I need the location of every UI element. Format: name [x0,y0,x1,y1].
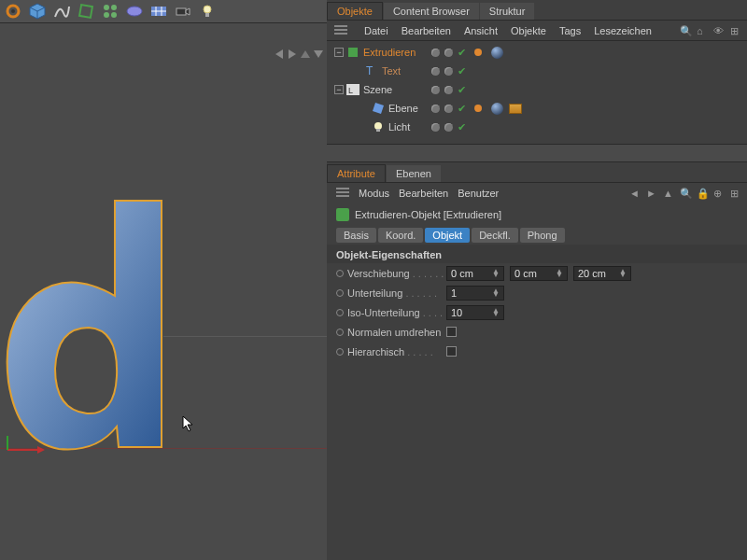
radio-icon[interactable] [336,270,344,277]
tab-layers[interactable]: Ebenen [387,165,441,182]
subtab-base[interactable]: Basis [336,228,376,243]
attribute-object-label: Extrudieren-Objekt [Extrudieren] [355,209,501,220]
movement-x-input[interactable]: 0 cm▲▼ [446,266,504,281]
tag-icon[interactable] [474,105,482,112]
svg-marker-21 [37,446,45,454]
menu-view[interactable]: Ansicht [464,25,498,36]
tab-objects[interactable]: Objekte [327,2,383,20]
search-icon[interactable]: 🔍 [680,25,691,36]
subtab-phong[interactable]: Phong [520,228,565,243]
tree-item-plane[interactable]: Ebene ✔ [327,99,747,118]
svg-point-18 [204,6,211,13]
svg-marker-27 [373,103,384,114]
home-icon[interactable]: ⌂ [697,25,708,36]
nav-up-icon[interactable]: ▲ [663,188,674,199]
lock-icon[interactable]: 🔒 [697,188,708,199]
menu-edit2[interactable]: Bearbeiten [399,188,448,199]
subdivision-input[interactable]: 1▲▼ [446,286,504,301]
gear-icon[interactable] [2,0,24,22]
expand-icon[interactable]: ⊞ [730,188,741,199]
panel-splitter[interactable] [327,144,747,162]
compositing-tag-icon[interactable] [509,104,522,114]
menu-tags[interactable]: Tags [559,25,581,36]
extrude-icon [336,208,349,221]
movement-z-input[interactable]: 20 cm▲▼ [573,266,631,281]
prop-hierarchical: Hierarchisch . . . . . [327,342,747,361]
movement-y-input[interactable]: 0 cm▲▼ [510,266,568,281]
menu-user[interactable]: Benutzer [458,188,499,199]
radio-icon[interactable] [336,348,344,356]
text-spline-icon: T [365,64,378,77]
light-object-icon [372,120,385,133]
subtab-caps[interactable]: Deckfl. [472,228,518,243]
svg-rect-16 [176,8,186,15]
cloner-icon[interactable] [99,0,121,22]
nav-fwd-icon[interactable]: ► [646,188,657,199]
svg-rect-23 [348,48,358,57]
collapse-icon[interactable]: − [334,48,344,57]
svg-marker-17 [186,8,190,15]
viewport-nav-icons[interactable] [275,50,323,58]
radio-icon[interactable] [336,309,344,316]
prop-label: Verschiebung [347,268,410,279]
tag-icon[interactable] [474,49,482,56]
search-icon[interactable]: 🔍 [680,188,691,199]
attribute-menu: Modus Bearbeiten Benutzer ◄ ► ▲ 🔍 🔒 ⊕ ⊞ [327,183,747,203]
prop-label: Unterteilung [347,287,402,299]
prop-movement: Verschiebung . . . . . . 0 cm▲▼ 0 cm▲▼ 2… [327,263,747,283]
spline-icon[interactable] [50,0,73,22]
material-tag-icon[interactable] [491,103,503,115]
cube-icon[interactable] [26,0,49,22]
object-tree: − Extrudieren ✔ T Text ✔ − L Sze [327,41,747,138]
expand-icon[interactable]: ⊞ [730,25,741,36]
viewport-3d[interactable] [0,23,327,560]
grid-plane-icon[interactable] [148,0,170,22]
subtab-object[interactable]: Objekt [425,228,470,243]
tree-label: Extrudieren [363,47,416,58]
menu-file[interactable]: Datei [364,25,388,36]
tree-item-extrude[interactable]: − Extrudieren ✔ [327,43,747,62]
tree-label: Ebene [388,103,418,114]
svg-point-28 [374,122,382,130]
axis-gizmo[interactable] [0,436,47,468]
mouse-cursor-icon [182,415,195,435]
menu-edit[interactable]: Bearbeiten [402,25,451,36]
svg-point-10 [111,12,117,18]
prop-subdivision: Unterteilung . . . . . . 1▲▼ [327,283,747,302]
hierarchical-checkbox[interactable] [446,346,457,357]
subtab-coord[interactable]: Koord. [378,228,423,243]
camera-icon[interactable] [172,0,194,22]
target-icon[interactable]: ⊕ [713,188,725,199]
tab-content-browser[interactable]: Content Browser [384,3,479,20]
iso-subdivision-input[interactable]: 10▲▼ [446,305,504,320]
light-icon[interactable] [196,0,218,22]
svg-point-1 [11,9,15,13]
eye-icon[interactable]: 👁 [713,25,725,36]
extruded-text-object[interactable] [5,199,163,451]
flip-normals-checkbox[interactable] [446,327,457,337]
tree-label: Szene [363,84,392,95]
tree-item-light[interactable]: Licht ✔ [327,118,747,136]
menu-bookmarks[interactable]: Lesezeichen [594,25,652,36]
tree-item-text[interactable]: T Text ✔ [327,62,747,80]
tree-label: Licht [388,121,410,133]
nurbs-icon[interactable] [75,0,97,22]
radio-icon[interactable] [336,329,344,336]
svg-point-7 [104,5,109,10]
material-tag-icon[interactable] [491,47,503,59]
menu-mode[interactable]: Modus [359,188,389,199]
shelf-icon [336,188,349,199]
menu-objects[interactable]: Objekte [511,25,546,36]
deformer-icon[interactable] [123,0,146,22]
svg-point-11 [127,7,142,16]
extrude-icon [346,46,359,59]
svg-rect-29 [376,129,380,132]
collapse-icon[interactable]: − [334,85,344,94]
tab-structure[interactable]: Struktur [480,3,535,20]
tree-item-scene[interactable]: − L Szene ✔ [327,80,747,99]
radio-icon[interactable] [336,289,344,297]
attribute-object-header: Extrudieren-Objekt [Extrudieren] [327,203,747,226]
svg-text:L: L [348,86,353,95]
nav-back-icon[interactable]: ◄ [629,188,641,199]
tab-attribute[interactable]: Attribute [327,164,386,182]
